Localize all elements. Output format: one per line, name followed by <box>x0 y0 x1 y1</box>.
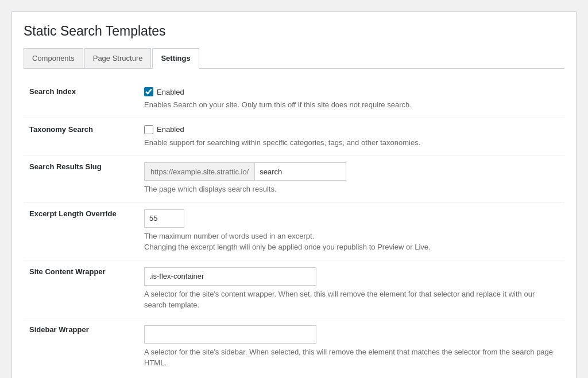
value-search-index: Enabled Enables Search on your site. Onl… <box>138 80 564 118</box>
taxonomy-search-checkbox[interactable] <box>144 125 153 134</box>
value-search-results-slug: https://example.site.strattic.io/ The pa… <box>138 155 564 202</box>
row-search-index: Search Index Enabled Enables Search on y… <box>24 80 564 118</box>
value-excerpt-length: The maximum number of words used in an e… <box>138 202 564 260</box>
taxonomy-search-checkbox-label: Enabled <box>157 125 184 134</box>
sidebar-wrapper-input[interactable] <box>144 325 316 344</box>
site-content-wrapper-input[interactable] <box>144 267 316 286</box>
slug-base-url: https://example.site.strattic.io/ <box>144 162 254 181</box>
excerpt-description: The maximum number of words used in an e… <box>144 231 559 253</box>
taxonomy-search-checkbox-row: Enabled <box>144 125 559 134</box>
excerpt-length-input[interactable] <box>144 209 184 228</box>
label-taxonomy-search: Taxonomy Search <box>24 118 138 155</box>
slug-input[interactable] <box>254 162 346 181</box>
row-search-results-slug: Search Results Slug https://example.site… <box>24 155 564 202</box>
tab-settings[interactable]: Settings <box>152 48 199 69</box>
search-index-description: Enables Search on your site. Only turn t… <box>144 99 559 111</box>
tab-components[interactable]: Components <box>24 48 83 68</box>
slug-row: https://example.site.strattic.io/ <box>144 162 559 181</box>
row-taxonomy-search: Taxonomy Search Enabled Enable support f… <box>24 118 564 155</box>
row-excerpt-length: Excerpt Length Override The maximum numb… <box>24 202 564 260</box>
label-search-results-slug: Search Results Slug <box>24 155 138 202</box>
slug-description: The page which displays search results. <box>144 184 559 195</box>
row-site-content-wrapper: Site Content Wrapper A selector for the … <box>24 260 564 318</box>
value-site-content-wrapper: A selector for the site's content wrappe… <box>138 260 564 318</box>
settings-table: Search Index Enabled Enables Search on y… <box>24 80 564 376</box>
label-sidebar-wrapper: Sidebar Wrapper <box>24 318 138 376</box>
label-search-index: Search Index <box>24 80 138 118</box>
value-sidebar-wrapper: A selector for the site's sidebar. When … <box>138 318 564 376</box>
tabs-bar: Components Page Structure Settings <box>24 48 564 69</box>
value-taxonomy-search: Enabled Enable support for searching wit… <box>138 118 564 155</box>
sidebar-wrapper-description: A selector for the site's sidebar. When … <box>144 346 559 369</box>
label-site-content-wrapper: Site Content Wrapper <box>24 260 138 318</box>
site-content-wrapper-description: A selector for the site's content wrappe… <box>144 289 559 311</box>
search-index-checkbox-label: Enabled <box>157 88 184 96</box>
page-container: Static Search Templates Components Page … <box>11 11 577 378</box>
tab-page-structure[interactable]: Page Structure <box>84 48 152 68</box>
search-index-checkbox-row: Enabled <box>144 87 559 96</box>
row-sidebar-wrapper: Sidebar Wrapper A selector for the site'… <box>24 318 564 376</box>
search-index-checkbox[interactable] <box>144 87 153 96</box>
label-excerpt-length: Excerpt Length Override <box>24 202 138 260</box>
page-title: Static Search Templates <box>24 24 564 39</box>
taxonomy-search-description: Enable support for searching within spec… <box>144 137 559 149</box>
